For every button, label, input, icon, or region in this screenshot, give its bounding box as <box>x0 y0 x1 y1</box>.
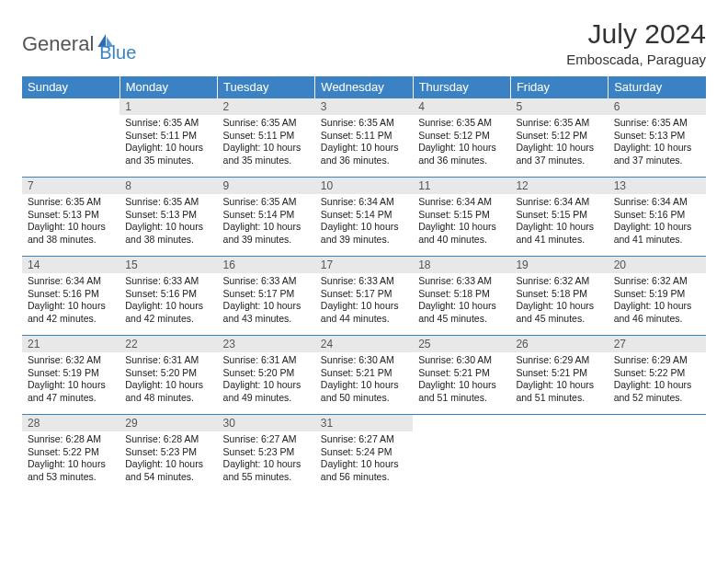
day-number: 28 <box>22 415 119 431</box>
calendar-week-row: 28Sunrise: 6:28 AMSunset: 5:22 PMDayligh… <box>22 415 706 494</box>
day-details: Sunrise: 6:33 AMSunset: 5:18 PMDaylight:… <box>413 273 510 329</box>
day-details: Sunrise: 6:27 AMSunset: 5:24 PMDaylight:… <box>315 431 413 488</box>
sunrise-line: Sunrise: 6:29 AM <box>516 354 602 367</box>
sunrise-line: Sunrise: 6:33 AM <box>418 275 505 288</box>
title-block: July 2024 Emboscada, Paraguay <box>566 18 706 67</box>
sunset-line: Sunset: 5:17 PM <box>223 288 310 301</box>
calendar-cell: 1Sunrise: 6:35 AMSunset: 5:11 PMDaylight… <box>119 98 217 178</box>
empty-cell <box>413 415 510 431</box>
day-details: Sunrise: 6:34 AMSunset: 5:16 PMDaylight:… <box>609 194 706 250</box>
sunrise-line: Sunrise: 6:34 AM <box>614 196 700 209</box>
sunset-line: Sunset: 5:20 PM <box>223 367 310 380</box>
daylight-line: Daylight: 10 hours and 41 minutes. <box>614 221 700 246</box>
daylight-line: Daylight: 10 hours and 56 minutes. <box>321 458 407 483</box>
daylight-line: Daylight: 10 hours and 45 minutes. <box>418 300 505 325</box>
calendar-cell: 4Sunrise: 6:35 AMSunset: 5:12 PMDaylight… <box>413 98 510 178</box>
sunrise-line: Sunrise: 6:35 AM <box>418 117 505 130</box>
sunrise-line: Sunrise: 6:32 AM <box>28 354 114 367</box>
day-number: 7 <box>22 178 119 194</box>
day-number: 19 <box>510 257 608 273</box>
calendar-cell: 16Sunrise: 6:33 AMSunset: 5:17 PMDayligh… <box>218 257 315 336</box>
sunrise-line: Sunrise: 6:32 AM <box>614 275 700 288</box>
weekday-header: Wednesday <box>315 76 413 98</box>
day-number: 15 <box>119 257 217 273</box>
calendar-cell: 10Sunrise: 6:34 AMSunset: 5:14 PMDayligh… <box>315 178 413 257</box>
day-details: Sunrise: 6:32 AMSunset: 5:19 PMDaylight:… <box>22 352 119 408</box>
daylight-line: Daylight: 10 hours and 55 minutes. <box>223 458 310 483</box>
sunrise-line: Sunrise: 6:28 AM <box>28 433 114 446</box>
sunrise-line: Sunrise: 6:33 AM <box>223 275 310 288</box>
day-details: Sunrise: 6:27 AMSunset: 5:23 PMDaylight:… <box>218 431 315 488</box>
sunset-line: Sunset: 5:16 PM <box>614 209 700 222</box>
sunset-line: Sunset: 5:21 PM <box>418 367 505 380</box>
logo: General Blue <box>22 24 136 63</box>
sunset-line: Sunset: 5:24 PM <box>321 446 407 459</box>
sunset-line: Sunset: 5:16 PM <box>125 288 211 301</box>
daylight-line: Daylight: 10 hours and 53 minutes. <box>28 458 114 483</box>
day-details: Sunrise: 6:35 AMSunset: 5:13 PMDaylight:… <box>119 194 217 250</box>
sunset-line: Sunset: 5:13 PM <box>28 209 114 222</box>
day-number: 2 <box>218 98 315 115</box>
daylight-line: Daylight: 10 hours and 49 minutes. <box>223 379 310 404</box>
day-number: 6 <box>609 98 706 115</box>
sunrise-line: Sunrise: 6:34 AM <box>516 196 602 209</box>
weekday-header: Saturday <box>609 76 706 98</box>
calendar-cell <box>510 415 608 494</box>
daylight-line: Daylight: 10 hours and 43 minutes. <box>223 300 310 325</box>
sunrise-line: Sunrise: 6:29 AM <box>614 354 700 367</box>
daylight-line: Daylight: 10 hours and 48 minutes. <box>125 379 211 404</box>
daylight-line: Daylight: 10 hours and 35 minutes. <box>223 142 310 167</box>
daylight-line: Daylight: 10 hours and 37 minutes. <box>614 142 700 167</box>
day-details: Sunrise: 6:35 AMSunset: 5:12 PMDaylight:… <box>510 115 608 171</box>
sunrise-line: Sunrise: 6:35 AM <box>28 196 114 209</box>
day-details: Sunrise: 6:30 AMSunset: 5:21 PMDaylight:… <box>315 352 413 408</box>
sunset-line: Sunset: 5:12 PM <box>418 130 505 143</box>
sunrise-line: Sunrise: 6:35 AM <box>125 196 211 209</box>
daylight-line: Daylight: 10 hours and 42 minutes. <box>125 300 211 325</box>
weekday-header: Monday <box>119 76 217 98</box>
calendar-cell <box>609 415 706 494</box>
day-details: Sunrise: 6:34 AMSunset: 5:16 PMDaylight:… <box>22 273 119 329</box>
sunset-line: Sunset: 5:19 PM <box>28 367 114 380</box>
header: General Blue July 2024 Emboscada, Paragu… <box>22 18 706 67</box>
empty-cell <box>510 415 608 431</box>
daylight-line: Daylight: 10 hours and 38 minutes. <box>125 221 211 246</box>
calendar-cell: 20Sunrise: 6:32 AMSunset: 5:19 PMDayligh… <box>609 257 706 336</box>
empty-cell <box>609 415 706 431</box>
sunrise-line: Sunrise: 6:33 AM <box>321 275 407 288</box>
sunset-line: Sunset: 5:13 PM <box>614 130 700 143</box>
daylight-line: Daylight: 10 hours and 41 minutes. <box>516 221 602 246</box>
day-number: 31 <box>315 415 413 431</box>
calendar-cell: 26Sunrise: 6:29 AMSunset: 5:21 PMDayligh… <box>510 336 608 415</box>
sunrise-line: Sunrise: 6:30 AM <box>418 354 505 367</box>
calendar-body: 1Sunrise: 6:35 AMSunset: 5:11 PMDaylight… <box>22 98 706 494</box>
day-details: Sunrise: 6:30 AMSunset: 5:21 PMDaylight:… <box>413 352 510 408</box>
sunrise-line: Sunrise: 6:28 AM <box>125 433 211 446</box>
day-number: 5 <box>510 98 608 115</box>
day-number: 4 <box>413 98 510 115</box>
sunrise-line: Sunrise: 6:35 AM <box>321 117 407 130</box>
sunset-line: Sunset: 5:12 PM <box>516 130 602 143</box>
day-details: Sunrise: 6:33 AMSunset: 5:17 PMDaylight:… <box>315 273 413 329</box>
daylight-line: Daylight: 10 hours and 45 minutes. <box>516 300 602 325</box>
sunrise-line: Sunrise: 6:30 AM <box>321 354 407 367</box>
daylight-line: Daylight: 10 hours and 36 minutes. <box>321 142 407 167</box>
sunset-line: Sunset: 5:22 PM <box>614 367 700 380</box>
daylight-line: Daylight: 10 hours and 44 minutes. <box>321 300 407 325</box>
sunrise-line: Sunrise: 6:31 AM <box>223 354 310 367</box>
calendar-cell: 17Sunrise: 6:33 AMSunset: 5:17 PMDayligh… <box>315 257 413 336</box>
day-number: 23 <box>218 336 315 352</box>
day-details: Sunrise: 6:33 AMSunset: 5:17 PMDaylight:… <box>218 273 315 329</box>
calendar-header-row: SundayMondayTuesdayWednesdayThursdayFrid… <box>22 76 706 98</box>
sunrise-line: Sunrise: 6:35 AM <box>223 117 310 130</box>
daylight-line: Daylight: 10 hours and 38 minutes. <box>28 221 114 246</box>
calendar-cell <box>413 415 510 494</box>
sunset-line: Sunset: 5:11 PM <box>321 130 407 143</box>
calendar-cell: 31Sunrise: 6:27 AMSunset: 5:24 PMDayligh… <box>315 415 413 494</box>
sunset-line: Sunset: 5:16 PM <box>28 288 114 301</box>
logo-text-general: General <box>22 32 94 56</box>
sunset-line: Sunset: 5:15 PM <box>418 209 505 222</box>
calendar-cell: 30Sunrise: 6:27 AMSunset: 5:23 PMDayligh… <box>218 415 315 494</box>
weekday-header: Sunday <box>22 76 119 98</box>
day-details: Sunrise: 6:35 AMSunset: 5:11 PMDaylight:… <box>315 115 413 171</box>
